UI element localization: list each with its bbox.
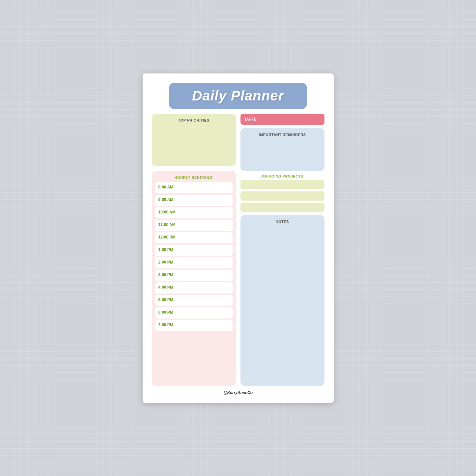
notes-section[interactable]: NOTES bbox=[240, 215, 324, 386]
time-slot[interactable]: 5:00 PM bbox=[155, 295, 233, 306]
time-slot[interactable]: 6:00 PM bbox=[155, 307, 233, 319]
planner-title: Daily Planner bbox=[192, 88, 284, 103]
title-banner: Daily Planner bbox=[169, 83, 307, 109]
time-slot[interactable]: 1:00 PM bbox=[155, 245, 233, 256]
time-slot[interactable]: 4:00 PM bbox=[155, 282, 233, 294]
hourly-schedule-label: HOURLY SCHEDULE bbox=[155, 176, 233, 180]
footer-credit: @KerryAnneCo bbox=[223, 390, 253, 395]
time-slot[interactable]: 9:00 AM bbox=[155, 195, 233, 206]
time-slot[interactable]: 8:00 AM bbox=[155, 182, 233, 193]
date-bar[interactable]: DATE bbox=[240, 114, 324, 125]
time-slot[interactable]: 10:00 AM bbox=[155, 207, 233, 218]
time-slot[interactable]: 11:00 AM bbox=[155, 220, 233, 231]
top-priorities-label: TOP PRIORITIES bbox=[156, 118, 232, 122]
ongoing-projects-label: ON-GOING PROJECTS bbox=[240, 174, 324, 178]
main-grid: TOP PRIORITIES HOURLY SCHEDULE 8:00 AM9:… bbox=[152, 114, 324, 386]
notes-label: NOTES bbox=[244, 220, 321, 224]
time-slot[interactable]: 7:00 PM bbox=[155, 320, 233, 331]
important-reminders-label: IMPORTANT REMINDERS bbox=[244, 133, 321, 137]
time-slot[interactable]: 2:00 PM bbox=[155, 257, 233, 268]
hourly-schedule-section: HOURLY SCHEDULE 8:00 AM9:00 AM10:00 AM11… bbox=[152, 171, 236, 386]
time-slots-list: 8:00 AM9:00 AM10:00 AM11:00 AM12:00 PM1:… bbox=[155, 182, 233, 331]
right-column: DATE IMPORTANT REMINDERS ON-GOING PROJEC… bbox=[240, 114, 324, 386]
date-label: DATE bbox=[245, 117, 257, 122]
time-slot[interactable]: 3:00 PM bbox=[155, 270, 233, 281]
project-bar-1[interactable] bbox=[240, 180, 324, 189]
project-bar-2[interactable] bbox=[240, 191, 324, 201]
important-reminders-section[interactable]: IMPORTANT REMINDERS bbox=[240, 128, 324, 171]
planner-card: Daily Planner TOP PRIORITIES HOURLY SCHE… bbox=[143, 73, 334, 403]
project-bar-3[interactable] bbox=[240, 203, 324, 212]
top-priorities-section[interactable]: TOP PRIORITIES bbox=[152, 114, 236, 166]
footer: @KerryAnneCo bbox=[152, 390, 324, 395]
ongoing-projects-section: ON-GOING PROJECTS bbox=[240, 174, 324, 212]
time-slot[interactable]: 12:00 PM bbox=[155, 232, 233, 243]
left-column: TOP PRIORITIES HOURLY SCHEDULE 8:00 AM9:… bbox=[152, 114, 236, 386]
